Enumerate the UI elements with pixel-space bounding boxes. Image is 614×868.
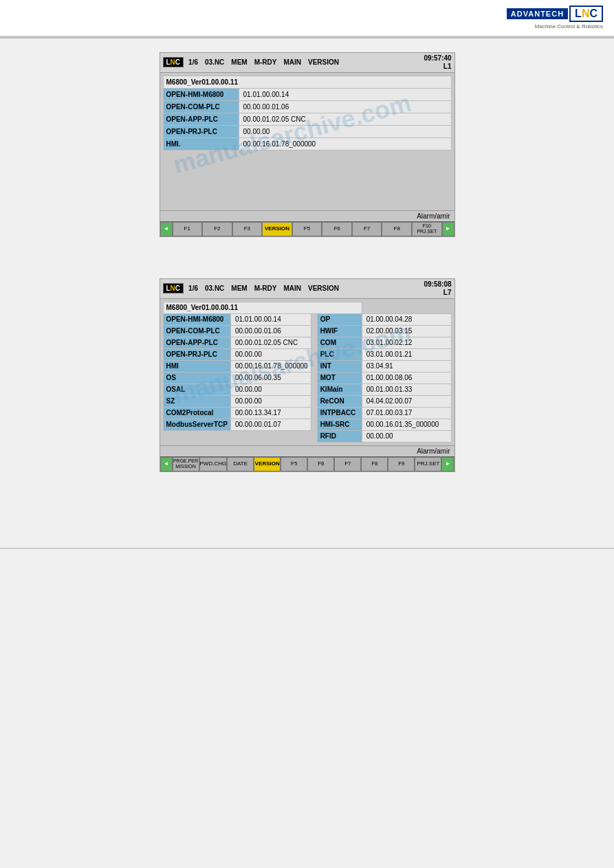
nc-panel-2: LNC 1/6 03.NC MEM M-RDY MAIN VERSION 09:… — [160, 278, 455, 472]
table-row: OSAL00.00.00KIMain00.01.00.01.33 — [163, 383, 451, 395]
fkey-right-arrow-1[interactable]: ► — [442, 222, 454, 236]
logo-subtitle: Machine Control & Robotics — [535, 23, 603, 30]
page-footer-line — [0, 548, 614, 549]
fkey-date-2[interactable]: DATE — [227, 457, 254, 471]
fkey-prjset-2[interactable]: PRJ.SET — [415, 457, 441, 471]
nc-version-2: VERSION — [306, 285, 341, 292]
fkey-f6-2[interactable]: F6 — [307, 457, 334, 471]
table-row: OPEN-PRJ-PLC00.00.00 — [163, 125, 451, 137]
nc-topbar-1: LNC 1/6 03.NC MEM M-RDY MAIN VERSION 09:… — [160, 53, 454, 73]
fkey-f10-1[interactable]: F10 PRJ.SET — [412, 222, 442, 236]
fkey-right-arrow-2[interactable]: ► — [441, 457, 454, 471]
page-header: ADVANTECH LNC Machine Control & Robotics — [0, 0, 614, 37]
logo-area: ADVANTECH LNC Machine Control & Robotics — [507, 5, 603, 30]
nc-fkeybar-1: ◄ F1 F2 F3 VERSION F5 F6 F7 F8 F10 PRJ.S… — [160, 221, 454, 236]
nc-mrdy-1: M-RDY — [252, 58, 279, 66]
nc-version-1: VERSION — [306, 58, 341, 66]
nc-statusbar-2: Alarm/amir — [160, 445, 454, 456]
fkey-pwdchg-2[interactable]: PWD.CHG — [199, 457, 228, 471]
nc-panel-1: LNC 1/6 03.NC MEM M-RDY MAIN VERSION 09:… — [160, 52, 455, 237]
table-row: OPEN-HMI-M680001.01.00.00.14OP01.00.00.0… — [163, 313, 451, 325]
page-content: LNC 1/6 03.NC MEM M-RDY MAIN VERSION 09:… — [0, 38, 614, 527]
lnc-logo: LNC — [569, 5, 603, 22]
table-row: OPEN-PRJ-PLC00.00.00PLC03.01.00.01.21 — [163, 348, 451, 360]
table-row: OPEN-HMI-M680001.01.00.00.14 — [163, 88, 451, 100]
nc-main-2: MAIN — [281, 285, 303, 292]
nc-slot-2: 1/6 — [186, 285, 200, 292]
table-row: COM2Protocal00.00.13.34.17INTPBACC07.01.… — [163, 407, 451, 419]
table-row: SZ00.00.00ReCON04.04.02.00.07 — [163, 395, 451, 407]
nc-mrdy-2: M-RDY — [252, 285, 279, 292]
advantech-logo: ADVANTECH — [507, 8, 568, 19]
table-row: OS00.00.06.00.35MOT01.00.00.08.06 — [163, 372, 451, 383]
fkey-f1-1[interactable]: F1 — [173, 222, 203, 236]
fkey-f3-1[interactable]: F3 — [232, 222, 263, 236]
fkey-version-1[interactable]: VERSION — [262, 222, 292, 236]
fkey-left-arrow-1[interactable]: ◄ — [160, 222, 173, 236]
main-version-row-2: M6800_Ver01.00.00.11 — [163, 302, 451, 313]
fkey-f5-1[interactable]: F5 — [292, 222, 322, 236]
nc-ncnum-2: 03.NC — [203, 285, 226, 292]
table-row: OPEN-APP-PLC00.00.01.02.05 CNCCOM03.01.0… — [163, 337, 451, 348]
nc-time-1: 09:57:40 L1 — [424, 54, 451, 71]
table-row: HMI00.00.16.01.78_000000INT03.04.91 — [163, 360, 451, 372]
nc-topbar-2: LNC 1/6 03.NC MEM M-RDY MAIN VERSION 09:… — [160, 279, 454, 299]
main-version-row: M6800_Ver01.00.00.11 — [163, 76, 451, 88]
fkey-f5-2[interactable]: F5 — [281, 457, 307, 471]
table-row: OPEN-APP-PLC00.00.01.02.05 CNC — [163, 113, 451, 125]
fkey-f9-2[interactable]: F9 — [388, 457, 415, 471]
fkey-f8-2[interactable]: F8 — [361, 457, 388, 471]
version-table-1: M6800_Ver01.00.00.11 OPEN-HMI-M680001.01… — [163, 76, 452, 151]
nc-time-2: 09:58:08 L7 — [424, 280, 451, 297]
nc-logo-1: LNC — [163, 57, 184, 67]
fkey-version-2[interactable]: VERSION — [254, 457, 281, 471]
nc-mem-1: MEM — [229, 58, 249, 66]
table-row: OPEN-COM-PLC00.00.00.01.06 — [163, 100, 451, 113]
table-row: RFID00.00.00 — [163, 430, 451, 442]
fkey-f7-2[interactable]: F7 — [334, 457, 361, 471]
fkey-f8-1[interactable]: F8 — [382, 222, 412, 236]
table-row: OPEN-COM-PLC00.00.00.01.06HWIF02.00.00.0… — [163, 325, 451, 337]
table-row: HMI.00.00.16.01.78_000000 — [163, 137, 451, 150]
nc-fkeybar-2: ◄ PRGE.PER MISSION PWD.CHG DATE VERSION … — [160, 456, 454, 471]
table-row: ModbusServerTCP00.00.00.01.07HMI-SRC00.0… — [163, 419, 451, 430]
fkey-left-arrow-2[interactable]: ◄ — [160, 457, 173, 471]
nc-ncnum-1: 03.NC — [203, 58, 226, 66]
fkey-f6-1[interactable]: F6 — [322, 222, 352, 236]
nc-slot-1: 1/6 — [186, 58, 200, 66]
nc-main-area-1: M6800_Ver01.00.00.11 OPEN-HMI-M680001.01… — [160, 73, 454, 210]
fkey-f2-1[interactable]: F2 — [202, 222, 232, 236]
fkey-f7-1[interactable]: F7 — [352, 222, 382, 236]
nc-statusbar-1: Alarm/amir — [160, 210, 454, 221]
nc-logo-2: LNC — [163, 283, 184, 293]
nc-main-1: MAIN — [281, 58, 303, 66]
version-table-2: M6800_Ver01.00.00.11 OPEN-HMI-M680001.01… — [163, 302, 452, 443]
fkey-mission-2[interactable]: PRGE.PER MISSION — [173, 457, 199, 471]
nc-mem-2: MEM — [229, 285, 249, 292]
nc-main-area-2: M6800_Ver01.00.00.11 OPEN-HMI-M680001.01… — [160, 299, 454, 445]
